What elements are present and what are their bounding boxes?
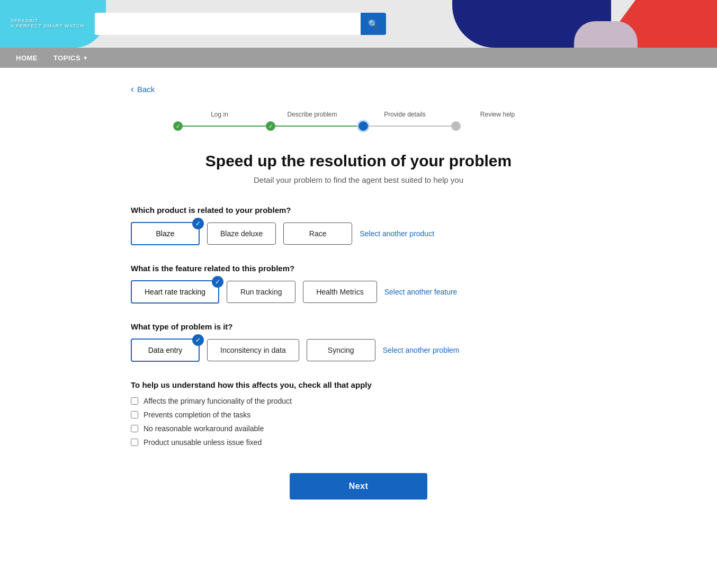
check-unusable[interactable]: Product unusable unless issue fixed bbox=[131, 438, 586, 447]
check-prevents-completion[interactable]: Prevents completion of the tasks bbox=[131, 411, 586, 419]
step-describe: Describe problem ✓ bbox=[266, 111, 358, 131]
step-describe-circle: ✓ bbox=[266, 121, 275, 131]
check-workaround-label: No reasonable workaround available bbox=[144, 424, 264, 433]
step-describe-label: Describe problem bbox=[287, 111, 337, 118]
nav-topics[interactable]: TOPICS ▼ bbox=[53, 54, 88, 62]
back-arrow-icon: ‹ bbox=[131, 84, 134, 95]
step-login: Log in ✓ bbox=[173, 111, 266, 131]
page-subtitle: Detail your problem to find the agent be… bbox=[131, 175, 586, 184]
navbar: HOME TOPICS ▼ bbox=[0, 48, 717, 68]
problem-option-data-entry[interactable]: Data entry ✓ bbox=[131, 338, 200, 362]
step-review-label: Review help bbox=[480, 111, 515, 118]
step-details: Provide details bbox=[358, 111, 451, 131]
check-primary-label: Affects the primary funcionality of the … bbox=[144, 397, 292, 405]
feature-option-health[interactable]: Health Metrics bbox=[303, 281, 377, 303]
feature-option-run[interactable]: Run tracking bbox=[227, 281, 295, 303]
heart-check-icon: ✓ bbox=[212, 276, 223, 288]
product-option-blaze-deluxe[interactable]: Blaze deluxe bbox=[207, 222, 276, 245]
header: SPEEDBIT A PERFECT SMART WATCH 🔍 bbox=[0, 0, 717, 48]
data-entry-check-icon: ✓ bbox=[192, 334, 204, 346]
problem-option-inconsistency[interactable]: Inconsitency in data bbox=[207, 339, 299, 361]
next-button[interactable]: Next bbox=[290, 473, 427, 500]
select-another-product[interactable]: Select another product bbox=[360, 229, 434, 238]
search-button[interactable]: 🔍 bbox=[361, 13, 386, 35]
product-options: Blaze ✓ Blaze deluxe Race Select another… bbox=[131, 222, 586, 245]
step-review-circle bbox=[451, 121, 461, 131]
step-describe-row: ✓ bbox=[266, 121, 358, 131]
step-details-row bbox=[358, 121, 451, 131]
next-btn-row: Next bbox=[131, 473, 586, 500]
search-bar: 🔍 bbox=[95, 13, 386, 35]
product-blaze-deluxe-label: Blaze deluxe bbox=[220, 229, 263, 238]
feature-option-heart-rate[interactable]: Heart rate tracking ✓ bbox=[131, 280, 219, 304]
product-option-race[interactable]: Race bbox=[283, 222, 352, 245]
problem-type-options: Data entry ✓ Inconsitency in data Syncin… bbox=[131, 338, 586, 362]
product-option-blaze[interactable]: Blaze ✓ bbox=[131, 222, 200, 245]
checkbox-unusable[interactable] bbox=[131, 439, 138, 446]
feature-health-label: Health Metrics bbox=[316, 288, 363, 296]
back-button[interactable]: ‹ Back bbox=[131, 84, 155, 95]
feature-heart-label: Heart rate tracking bbox=[145, 288, 205, 296]
inconsistency-label: Inconsitency in data bbox=[220, 346, 286, 354]
step-review: Review help bbox=[451, 111, 544, 131]
step-login-circle: ✓ bbox=[173, 121, 183, 131]
step-login-label: Log in bbox=[211, 111, 228, 118]
steps-container: Log in ✓ Describe problem ✓ Provide deta… bbox=[131, 111, 586, 131]
select-another-feature[interactable]: Select another feature bbox=[384, 288, 458, 296]
step-details-label: Provide details bbox=[384, 111, 426, 118]
blaze-check-icon: ✓ bbox=[192, 218, 204, 229]
step-line-1 bbox=[183, 126, 266, 127]
main-content: ‹ Back Log in ✓ Describe problem ✓ bbox=[120, 68, 597, 531]
check-unusable-label: Product unusable unless issue fixed bbox=[144, 438, 262, 447]
logo: SPEEDBIT A PERFECT SMART WATCH bbox=[11, 19, 84, 29]
header-content: SPEEDBIT A PERFECT SMART WATCH 🔍 bbox=[0, 0, 717, 48]
check-prevents-label: Prevents completion of the tasks bbox=[144, 411, 250, 419]
feature-run-label: Run tracking bbox=[240, 288, 282, 296]
checkbox-primary-functionality[interactable] bbox=[131, 397, 138, 405]
problem-option-syncing[interactable]: Syncing bbox=[307, 339, 375, 361]
checkbox-prevents-completion[interactable] bbox=[131, 411, 138, 418]
section-problem-type: What type of problem is it? Data entry ✓… bbox=[131, 322, 586, 362]
check-no-workaround[interactable]: No reasonable workaround available bbox=[131, 424, 586, 433]
section-impact: To help us understand how this affects y… bbox=[131, 380, 586, 447]
section-feature: What is the feature related to this prob… bbox=[131, 264, 586, 304]
product-question: Which product is related to your problem… bbox=[131, 206, 586, 215]
feature-question: What is the feature related to this prob… bbox=[131, 264, 586, 273]
impact-checklist: Affects the primary funcionality of the … bbox=[131, 397, 586, 447]
section-product: Which product is related to your problem… bbox=[131, 206, 586, 245]
step-login-row: ✓ bbox=[173, 121, 266, 131]
search-input[interactable] bbox=[95, 13, 361, 35]
step-details-circle bbox=[358, 121, 368, 131]
check-primary-functionality[interactable]: Affects the primary funcionality of the … bbox=[131, 397, 586, 405]
back-label: Back bbox=[137, 85, 155, 94]
step-line-2 bbox=[275, 126, 358, 127]
impact-question: To help us understand how this affects y… bbox=[131, 380, 586, 389]
step-review-row bbox=[451, 121, 544, 131]
product-race-label: Race bbox=[309, 229, 327, 238]
page-title: Speed up the resolution of your problem bbox=[131, 152, 586, 170]
checkbox-no-workaround[interactable] bbox=[131, 425, 138, 432]
steps: Log in ✓ Describe problem ✓ Provide deta… bbox=[173, 111, 544, 131]
syncing-label: Syncing bbox=[328, 346, 354, 354]
logo-sub: A PERFECT SMART WATCH bbox=[11, 24, 84, 29]
data-entry-label: Data entry bbox=[148, 346, 183, 354]
step-line-3 bbox=[368, 126, 451, 127]
select-another-problem[interactable]: Select another problem bbox=[383, 346, 460, 354]
nav-home[interactable]: HOME bbox=[16, 54, 38, 62]
chevron-down-icon: ▼ bbox=[83, 55, 88, 61]
problem-type-question: What type of problem is it? bbox=[131, 322, 586, 331]
feature-options: Heart rate tracking ✓ Run tracking Healt… bbox=[131, 280, 586, 304]
product-blaze-label: Blaze bbox=[156, 229, 174, 238]
